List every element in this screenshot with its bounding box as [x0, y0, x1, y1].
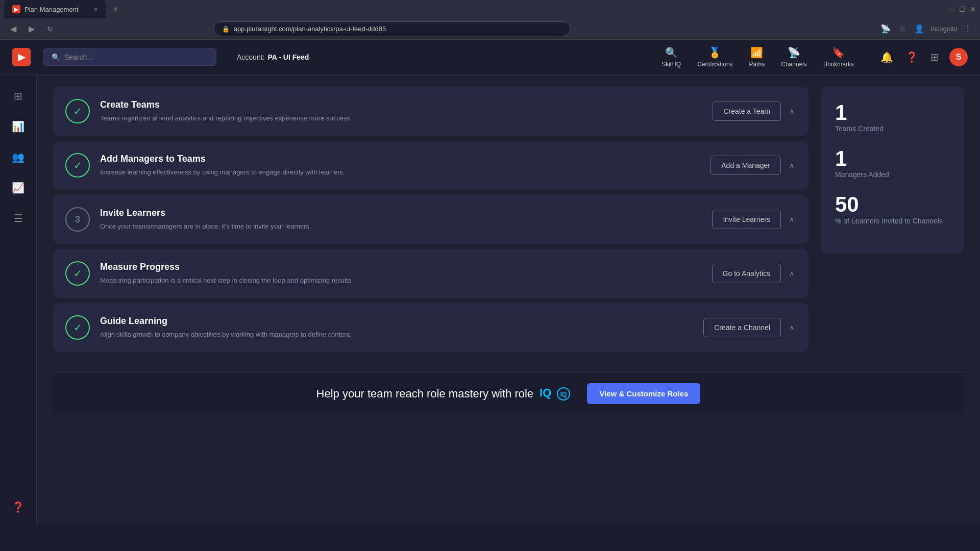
- step-add-managers-action: Add a Manager ∧: [710, 156, 796, 175]
- step-create-teams-action: Create a Team ∧: [713, 102, 796, 121]
- iq-icon: IQ: [556, 387, 571, 401]
- forward-button[interactable]: ▶: [24, 22, 39, 36]
- bookmark-button[interactable]: ☆: [897, 22, 908, 36]
- skill-iq-label: Skill IQ: [662, 61, 681, 68]
- paths-label: Paths: [749, 61, 765, 68]
- checkmark-icon-4: ✓: [74, 267, 82, 280]
- collapse-add-managers-button[interactable]: ∧: [787, 159, 796, 171]
- maximize-button[interactable]: ☐: [959, 5, 966, 13]
- sidebar-item-analytics[interactable]: 📊: [7, 115, 30, 138]
- url-text: app.pluralsight.com/plan-analytics/pa-ui…: [234, 25, 386, 33]
- help-sidebar-button[interactable]: ❓: [10, 499, 27, 515]
- nav-item-skill-iq[interactable]: 🔍 Skill IQ: [662, 46, 681, 68]
- svg-text:IQ: IQ: [560, 391, 567, 398]
- step-invite-learners-icon: 3: [65, 207, 90, 232]
- lock-icon: 🔒: [222, 26, 230, 33]
- address-bar[interactable]: 🔒 app.pluralsight.com/plan-analytics/pa-…: [213, 21, 571, 36]
- apps-button[interactable]: ⊞: [928, 49, 941, 65]
- collapse-measure-progress-button[interactable]: ∧: [787, 267, 796, 280]
- app-header: ▶ 🔍 Search... Account: PA - UI Feed 🔍 Sk…: [0, 40, 980, 74]
- step-guide-learning-title: Guide Learning: [100, 316, 693, 327]
- new-tab-button[interactable]: +: [108, 2, 122, 16]
- step-measure-progress-content: Measure Progress Measuring participation…: [100, 262, 702, 286]
- step-create-teams-content: Create Teams Teams organized around anal…: [100, 99, 702, 123]
- refresh-button[interactable]: ↻: [43, 23, 57, 35]
- header-actions: 🔔 ❓ ⊞ S: [878, 48, 968, 66]
- step-invite-learners-action: Invite Learners ∧: [712, 210, 796, 229]
- collapse-invite-learners-button[interactable]: ∧: [787, 213, 796, 226]
- browser-tab[interactable]: ▶ Plan Management ×: [4, 0, 106, 18]
- sidebar-item-teams[interactable]: 👥: [7, 146, 30, 168]
- learners-invited-label: % of Learners Invited to Channels: [835, 217, 949, 225]
- channels-label: Channels: [781, 61, 807, 68]
- user-avatar[interactable]: S: [949, 48, 968, 66]
- tab-favicon: ▶: [12, 5, 20, 13]
- main-content: ✓ Create Teams Teams organized around an…: [37, 74, 980, 525]
- certifications-icon: 🏅: [708, 46, 721, 59]
- add-manager-button[interactable]: Add a Manager: [710, 156, 781, 175]
- search-icon: 🔍: [52, 53, 60, 61]
- help-button[interactable]: ❓: [903, 49, 920, 65]
- notifications-button[interactable]: 🔔: [878, 49, 895, 65]
- step-add-managers-icon: ✓: [65, 153, 90, 178]
- certifications-label: Certifications: [697, 61, 732, 68]
- teams-created-label: Teams Created: [835, 124, 949, 133]
- view-customize-roles-button[interactable]: View & Customize Roles: [587, 383, 700, 404]
- step-add-managers-title: Add Managers to Teams: [100, 154, 700, 164]
- create-channel-button[interactable]: Create a Channel: [703, 318, 781, 337]
- tab-title: Plan Management: [24, 6, 90, 13]
- bottom-banner: Help your team reach role mastery with r…: [53, 372, 964, 414]
- invite-learners-button[interactable]: Invite Learners: [712, 210, 781, 229]
- browser-nav-icons: 📡 ☆ 👤 Incognito ⋮: [878, 22, 974, 36]
- step-create-teams-desc: Teams organized around analytics and rep…: [100, 113, 702, 123]
- step-measure-progress: ✓ Measure Progress Measuring participati…: [53, 249, 808, 298]
- nav-item-bookmarks[interactable]: 🔖 Bookmarks: [823, 46, 854, 68]
- incognito-label: Incognito: [930, 25, 958, 33]
- checkmark-icon: ✓: [74, 105, 82, 117]
- nav-item-paths[interactable]: 📶 Paths: [749, 46, 765, 68]
- back-button[interactable]: ◀: [6, 22, 20, 36]
- step-guide-learning-desc: Align skills growth to company objective…: [100, 330, 693, 340]
- bookmarks-label: Bookmarks: [823, 61, 854, 68]
- checkmark-icon-5: ✓: [74, 321, 82, 334]
- account-name: PA - UI Feed: [267, 53, 309, 61]
- create-team-button[interactable]: Create a Team: [713, 102, 781, 121]
- tab-close-button[interactable]: ×: [94, 5, 98, 13]
- cast-button[interactable]: 📡: [878, 22, 893, 36]
- step-invite-learners-content: Invite Learners Once your teams/managers…: [100, 208, 702, 232]
- close-window-button[interactable]: ✕: [970, 5, 976, 13]
- search-placeholder: Search...: [64, 53, 93, 61]
- account-badge: Account: PA - UI Feed: [237, 53, 309, 61]
- checkmark-icon-2: ✓: [74, 159, 82, 171]
- banner-text: Help your team reach role mastery with r…: [316, 387, 534, 400]
- sidebar-item-content[interactable]: ☰: [7, 207, 30, 230]
- teams-created-value: 1: [835, 101, 949, 124]
- step-measure-progress-desc: Measuring participation is a critical ne…: [100, 276, 702, 286]
- minimize-button[interactable]: —: [948, 5, 955, 13]
- search-input[interactable]: 🔍 Search...: [43, 48, 216, 66]
- step-guide-learning-action: Create a Channel ∧: [703, 318, 796, 337]
- account-label: Account:: [237, 53, 264, 61]
- bookmarks-icon: 🔖: [832, 46, 845, 59]
- sidebar-item-dashboard[interactable]: ⊞: [7, 85, 30, 107]
- step-create-teams-icon: ✓: [65, 99, 90, 123]
- collapse-create-teams-button[interactable]: ∧: [787, 105, 796, 117]
- profile-button[interactable]: 👤: [912, 22, 926, 36]
- step-guide-learning-content: Guide Learning Align skills growth to co…: [100, 316, 693, 340]
- step-add-managers-desc: Increase learning effectiveness by using…: [100, 167, 700, 178]
- step-guide-learning-icon: ✓: [65, 315, 90, 340]
- step-invite-learners: 3 Invite Learners Once your teams/manage…: [53, 195, 808, 244]
- header-nav: 🔍 Skill IQ 🏅 Certifications 📶 Paths 📡 Ch…: [662, 46, 854, 68]
- step-create-teams: ✓ Create Teams Teams organized around an…: [53, 87, 808, 136]
- step-guide-learning: ✓ Guide Learning Align skills growth to …: [53, 303, 808, 352]
- managers-added-value: 1: [835, 147, 949, 170]
- go-to-analytics-button[interactable]: Go to Analytics: [712, 264, 781, 283]
- nav-item-certifications[interactable]: 🏅 Certifications: [697, 46, 732, 68]
- step-add-managers: ✓ Add Managers to Teams Increase learnin…: [53, 141, 808, 190]
- collapse-guide-learning-button[interactable]: ∧: [787, 321, 796, 334]
- menu-button[interactable]: ⋮: [962, 22, 974, 36]
- sidebar-item-reports[interactable]: 📈: [7, 177, 30, 199]
- nav-item-channels[interactable]: 📡 Channels: [781, 46, 807, 68]
- step-invite-learners-title: Invite Learners: [100, 208, 702, 218]
- step-create-teams-title: Create Teams: [100, 99, 702, 110]
